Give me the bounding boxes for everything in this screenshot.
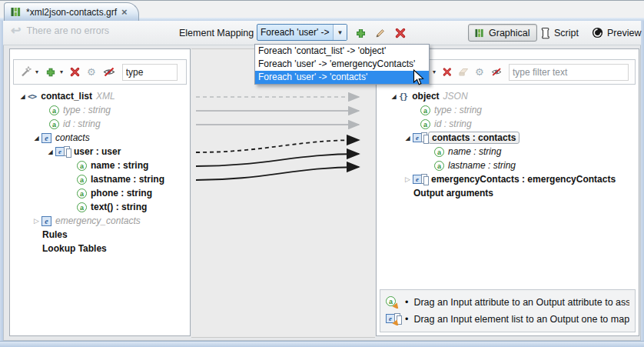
- attribute-icon: a: [77, 202, 87, 212]
- dropdown-option[interactable]: Foreach 'user' -> 'emergencyContacts': [255, 58, 429, 71]
- remove-node-icon[interactable]: [443, 67, 452, 77]
- attribute-icon: a: [434, 147, 444, 157]
- mapping-lines-zone[interactable]: [191, 48, 375, 338]
- input-panel-toolbar: ▾ ▾ ⚙: [13, 59, 187, 85]
- tree-item-contact-list[interactable]: ◢ <> contact_list XML: [10, 89, 190, 103]
- attribute-drag-icon: a: [386, 296, 400, 309]
- hide-unmapped-eye-icon[interactable]: [103, 67, 115, 77]
- tree-item-name[interactable]: a name : string: [377, 145, 639, 158]
- remove-node-icon[interactable]: [70, 67, 80, 77]
- tree-item-id[interactable]: a id : string: [377, 117, 639, 131]
- error-status: ↩ There are no errors: [11, 25, 109, 36]
- element-icon: e: [41, 216, 51, 226]
- tree-item-text[interactable]: a text() : string: [10, 200, 190, 214]
- format-suffix: XML: [96, 91, 115, 102]
- mapping-toolbar: ↩ There are no errors Element Mapping Fo…: [3, 21, 641, 45]
- attribute-icon: a: [420, 119, 430, 129]
- tree-item-phone[interactable]: a phone : string: [10, 186, 190, 200]
- expander-open-icon[interactable]: ◢: [389, 93, 399, 100]
- view-script-button[interactable]: Script: [534, 24, 585, 42]
- script-scroll-icon: [540, 27, 550, 39]
- json-root-icon: {}: [399, 92, 407, 102]
- tree-item-contacts[interactable]: ◢ e contacts: [10, 131, 190, 145]
- expander-open-icon[interactable]: ◢: [45, 148, 55, 155]
- tree-item-name[interactable]: a name : string: [10, 158, 190, 172]
- tree-item-object[interactable]: ◢ {} object JSON: [377, 89, 639, 103]
- delete-mapping-button[interactable]: [393, 26, 407, 40]
- combo-value: Foreach 'user' ->: [257, 27, 333, 38]
- element-list-icon: e: [413, 132, 427, 143]
- tree-item-type[interactable]: a type : string: [377, 103, 639, 117]
- tree-item-rules[interactable]: Rules: [10, 228, 190, 242]
- mapping-lines: [191, 49, 375, 337]
- combo-arrow-button[interactable]: ▼: [333, 25, 347, 40]
- add-node-icon[interactable]: [45, 67, 56, 78]
- tree-item-lastname[interactable]: a lastname : string: [377, 158, 639, 172]
- settings-gear-icon[interactable]: ⚙: [475, 67, 484, 77]
- output-tree: ◢ {} object JSON a type : string a id : …: [377, 89, 639, 200]
- tree-item-id[interactable]: a id : string: [10, 117, 190, 131]
- tree-item-lookup-tables[interactable]: Lookup Tables: [10, 242, 190, 255]
- hint-bullet: •: [405, 314, 408, 325]
- expander-closed-icon[interactable]: ▷: [403, 175, 413, 183]
- attribute-icon: a: [49, 119, 59, 129]
- tree-item-type[interactable]: a type : string: [10, 103, 190, 117]
- view-graphical-button[interactable]: Graphical: [468, 24, 537, 42]
- dropdown-option[interactable]: Foreach 'contact_list' -> 'object': [255, 45, 429, 58]
- expander-closed-icon[interactable]: ▷: [32, 217, 41, 225]
- hint-text: Drag an Input attribute to an Output att…: [413, 297, 629, 308]
- element-list-drag-icon: e: [386, 313, 400, 325]
- expander-open-icon[interactable]: ◢: [18, 93, 28, 100]
- format-suffix: JSON: [443, 91, 468, 102]
- add-dropdown-arrow-icon[interactable]: ▾: [60, 68, 63, 75]
- attribute-icon: a: [77, 161, 87, 171]
- element-mapping-combo[interactable]: Foreach 'user' -> ▼: [257, 24, 347, 41]
- add-mapping-button[interactable]: [354, 26, 367, 40]
- dropdown-option-selected[interactable]: Foreach 'user' -> 'contacts': [255, 71, 429, 84]
- editor-tab[interactable]: *xml2json-contacts.grf ×: [4, 2, 139, 21]
- input-filter-field[interactable]: [122, 64, 178, 81]
- window-right-edge: [641, 21, 644, 347]
- tree-item-emergency-contacts[interactable]: ▷ e emergencyContacts : emergencyContact…: [377, 172, 639, 186]
- plus-icon: [355, 28, 367, 39]
- element-mapping-label: Element Mapping: [179, 28, 254, 38]
- add-dropdown-arrow-icon[interactable]: ▾: [433, 68, 436, 75]
- element-mapping-dropdown-list: Foreach 'contact_list' -> 'object' Forea…: [254, 44, 430, 85]
- output-tree-panel: ▾ ⚙ ◢ {}: [376, 48, 639, 336]
- auto-map-wand-icon[interactable]: [20, 66, 32, 78]
- pencil-icon: [375, 28, 386, 38]
- hint-text: Drag an Input element list to an Output …: [413, 314, 629, 325]
- expander-open-icon[interactable]: ◢: [403, 135, 413, 142]
- mapping-main-area: ▾ ▾ ⚙ ◢: [3, 45, 641, 341]
- tree-item-user[interactable]: ◢ e user : user: [10, 145, 190, 158]
- attribute-icon: a: [49, 105, 59, 115]
- chevron-down-icon: ▼: [337, 29, 344, 36]
- editor-tab-bar: *xml2json-contacts.grf ×: [0, 0, 644, 22]
- tree-item-emergency-contacts[interactable]: ▷ e emergency_contacts: [10, 214, 190, 228]
- attribute-icon: a: [420, 105, 430, 115]
- tree-item-lastname[interactable]: a lastname : string: [10, 172, 190, 186]
- mapping-editor-window: *xml2json-contacts.grf × ↩ There are no …: [0, 0, 644, 347]
- settings-gear-icon[interactable]: ⚙: [87, 67, 96, 77]
- output-filter-field[interactable]: [509, 64, 629, 81]
- clover-graph-icon: [11, 7, 22, 17]
- selected-tree-item: contacts : contacts: [428, 132, 520, 144]
- graphical-label: Graphical: [489, 28, 530, 38]
- edit-mapping-button[interactable]: [373, 26, 387, 40]
- eraser-icon[interactable]: [459, 67, 468, 77]
- mouse-cursor: [413, 69, 424, 86]
- xml-root-icon: <>: [28, 92, 36, 102]
- close-icon[interactable]: ×: [121, 8, 128, 17]
- hide-unmapped-eye-icon[interactable]: [491, 67, 502, 77]
- window-bottom-edge: [0, 341, 644, 347]
- expander-open-icon[interactable]: ◢: [32, 135, 41, 142]
- hint-attribute: a • Drag an Input attribute to an Output…: [386, 296, 629, 309]
- tree-item-output-arguments[interactable]: Output arguments: [377, 186, 639, 200]
- tree-item-contacts[interactable]: ◢ e contacts : contacts: [377, 131, 639, 145]
- revert-arrow-icon: ↩: [11, 25, 21, 36]
- window-left-edge: [0, 21, 3, 347]
- wand-dropdown-arrow-icon[interactable]: ▾: [35, 68, 38, 75]
- view-preview-button[interactable]: Preview: [586, 24, 644, 42]
- input-tree-panel: ▾ ▾ ⚙ ◢: [9, 48, 191, 336]
- preview-label: Preview: [607, 28, 641, 38]
